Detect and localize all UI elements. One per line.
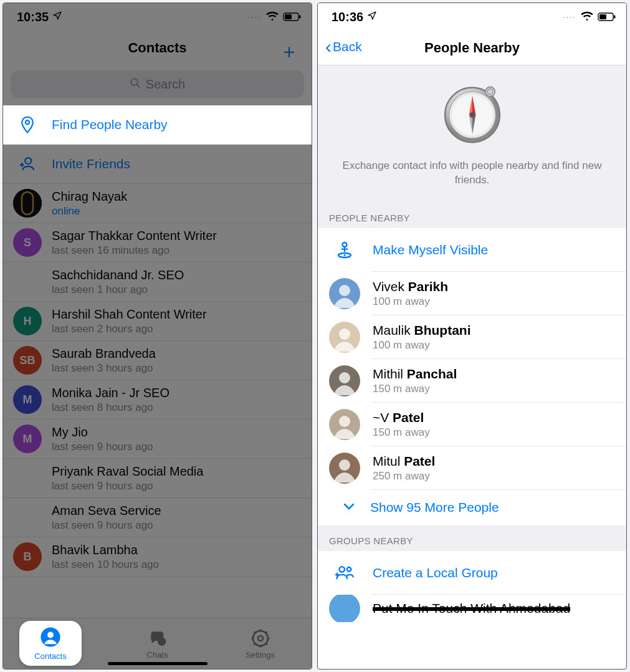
- show-more-label: Show 95 More People: [370, 500, 499, 515]
- person-name: Vivek Parikh: [373, 279, 448, 294]
- contact-row[interactable]: Priyank Raval Social Medialast seen 9 ho…: [3, 459, 312, 498]
- hero-text: Exchange contact info with people nearby…: [336, 159, 608, 188]
- wifi-icon: [580, 10, 594, 24]
- person-name: Mithil Panchal: [373, 367, 457, 382]
- svg-point-42: [340, 567, 345, 572]
- search-input[interactable]: Search: [11, 70, 304, 98]
- contact-avatar: B: [13, 542, 42, 571]
- find-nearby-label: Find People Nearby: [52, 117, 168, 132]
- svg-point-40: [339, 416, 350, 427]
- contact-row[interactable]: BBhavik Lambhalast seen 10 hours ago: [3, 537, 312, 577]
- group-name: Put Me In Touch With Ahmedabad: [373, 601, 570, 616]
- person-name: Maulik Bhuptani: [373, 323, 471, 338]
- person-distance: 100 m away: [373, 339, 471, 352]
- contact-status: online: [52, 205, 127, 218]
- svg-rect-1: [285, 14, 292, 19]
- svg-point-6: [25, 158, 31, 164]
- home-indicator[interactable]: [108, 662, 208, 665]
- invite-label: Invite Friends: [52, 156, 130, 171]
- phone-left-contacts: 10:35 ···· Contacts ＋ Search: [2, 2, 312, 670]
- contact-row[interactable]: HHarshil Shah Content Writerlast seen 2 …: [3, 302, 312, 341]
- tab-bar: Contacts Chats Settings Contacts: [3, 618, 312, 669]
- svg-rect-23: [614, 15, 616, 18]
- contact-name: Chirag Nayak: [52, 190, 127, 204]
- nav-title: Contacts: [128, 40, 186, 56]
- contact-avatar: M: [13, 385, 42, 414]
- contacts-icon: [40, 626, 61, 650]
- make-visible-label: Make Myself Visible: [373, 242, 488, 257]
- nearby-person-row[interactable]: Mitul Patel250 m away: [318, 446, 626, 490]
- search-placeholder: Search: [146, 77, 185, 92]
- signal-dots-icon: ····: [248, 12, 262, 22]
- tab-chats[interactable]: Chats: [106, 618, 209, 669]
- contact-status: last seen 2 hours ago: [52, 323, 207, 335]
- nav-title: People Nearby: [424, 40, 520, 56]
- contact-avatar: S: [13, 228, 42, 257]
- add-contact-button[interactable]: ＋: [279, 38, 299, 65]
- person-avatar: [329, 453, 360, 484]
- svg-point-10: [258, 636, 263, 641]
- svg-point-20: [47, 631, 54, 638]
- make-visible-row[interactable]: Make Myself Visible: [318, 228, 626, 272]
- nearby-group-row[interactable]: Put Me In Touch With Ahmedabad: [318, 595, 626, 622]
- tab-settings[interactable]: Settings: [209, 618, 312, 669]
- svg-point-39: [339, 372, 350, 383]
- contact-avatar: M: [13, 425, 42, 453]
- contact-row[interactable]: Sachchidanand Jr. SEOlast seen 1 hour ag…: [3, 262, 312, 302]
- contact-name: Harshil Shah Content Writer: [52, 307, 207, 322]
- contact-row[interactable]: Chirag Nayakonline: [3, 184, 312, 223]
- contact-avatar: H: [13, 307, 42, 335]
- contact-row[interactable]: MMy Jiolast seen 9 hours ago: [3, 420, 312, 459]
- back-button[interactable]: ‹ Back: [325, 39, 362, 54]
- location-arrow-icon: [367, 11, 377, 23]
- location-arrow-icon: [52, 11, 62, 23]
- svg-rect-22: [599, 14, 606, 19]
- find-people-nearby-row[interactable]: Find People Nearby: [3, 105, 312, 145]
- tab-contacts-label-active: Contacts: [34, 651, 66, 661]
- contact-row[interactable]: SSagar Thakkar Content Writerlast seen 1…: [3, 223, 312, 262]
- nearby-person-row[interactable]: ~V Patel150 m away: [318, 403, 626, 446]
- contact-status: last seen 9 hours ago: [52, 519, 161, 532]
- chevron-left-icon: ‹: [325, 41, 332, 53]
- chats-tab-icon: [147, 628, 168, 649]
- compass-icon: [336, 78, 608, 149]
- svg-point-43: [347, 567, 351, 572]
- navbar-nearby: ‹ Back People Nearby: [318, 31, 626, 65]
- contact-row[interactable]: SBSaurab Brandvedalast seen 3 hours ago: [3, 341, 312, 380]
- person-distance: 250 m away: [373, 470, 435, 482]
- status-bar: 10:35 ····: [3, 3, 312, 31]
- svg-point-36: [344, 254, 346, 256]
- person-name: Mitul Patel: [373, 454, 435, 469]
- nearby-person-row[interactable]: Vivek Parikh100 m away: [318, 272, 626, 315]
- nearby-person-row[interactable]: Mithil Panchal150 m away: [318, 359, 626, 403]
- svg-point-31: [469, 112, 475, 118]
- create-group-label: Create a Local Group: [373, 565, 498, 580]
- contacts-list[interactable]: Chirag NayakonlineSSagar Thakkar Content…: [3, 184, 312, 618]
- nearby-scroll[interactable]: Exchange contact info with people nearby…: [318, 65, 626, 669]
- svg-line-15: [254, 631, 255, 633]
- status-time: 10:36: [332, 10, 363, 24]
- contact-name: My Jio: [52, 425, 153, 439]
- contact-row[interactable]: Aman Seva Servicelast seen 9 hours ago: [3, 498, 312, 537]
- show-more-people-row[interactable]: Show 95 More People: [318, 490, 626, 526]
- contact-row[interactable]: MMonika Jain - Jr SEOlast seen 8 hours a…: [3, 380, 312, 420]
- phone-right-people-nearby: 10:36 ···· ‹ Back People Nearby: [317, 2, 627, 670]
- contact-status: last seen 1 hour ago: [52, 284, 184, 296]
- contact-avatar: [13, 189, 42, 218]
- svg-point-37: [339, 285, 350, 296]
- person-avatar: [329, 409, 360, 440]
- tab-contacts-highlight: Contacts: [19, 621, 82, 666]
- status-time: 10:35: [17, 10, 49, 24]
- contact-name: Sagar Thakkar Content Writer: [52, 229, 217, 243]
- contact-name: Sachchidanand Jr. SEO: [52, 268, 184, 282]
- svg-point-7: [13, 189, 42, 218]
- search-wrap: Search: [3, 65, 312, 105]
- nearby-person-row[interactable]: Maulik Bhuptani100 m away: [318, 315, 626, 359]
- svg-point-8: [158, 638, 166, 646]
- create-local-group-row[interactable]: Create a Local Group: [318, 551, 626, 595]
- invite-friends-row[interactable]: Invite Friends: [3, 145, 312, 184]
- section-header-groups: GROUPS NEARBY: [318, 526, 626, 551]
- contact-avatar: SB: [13, 346, 42, 375]
- svg-line-4: [136, 84, 140, 87]
- person-avatar: [329, 365, 360, 396]
